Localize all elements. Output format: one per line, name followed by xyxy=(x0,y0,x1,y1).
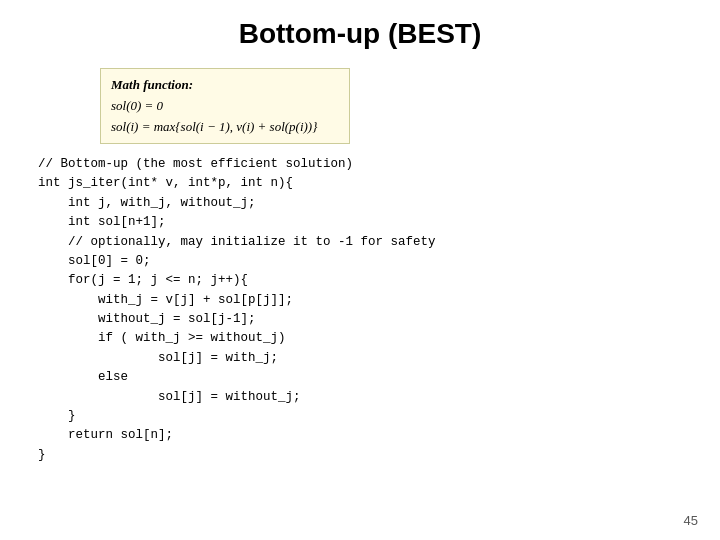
slide-title: Bottom-up (BEST) xyxy=(0,0,720,60)
page-number: 45 xyxy=(684,513,698,528)
slide: Bottom-up (BEST) Math function: sol(0) =… xyxy=(0,0,720,540)
code-block: // Bottom-up (the most efficient solutio… xyxy=(38,155,682,465)
math-line2: sol(i) = max{sol(i − 1), v(i) + sol(p(i)… xyxy=(111,117,339,138)
math-title: Math function: xyxy=(111,75,339,96)
math-line1: sol(0) = 0 xyxy=(111,96,339,117)
math-box: Math function: sol(0) = 0 sol(i) = max{s… xyxy=(100,68,350,144)
